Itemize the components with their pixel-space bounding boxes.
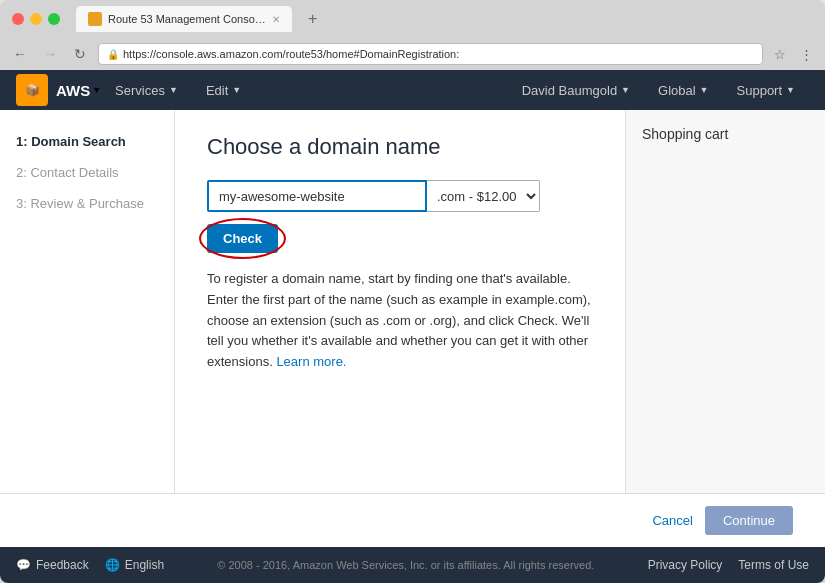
terms-of-use-link[interactable]: Terms of Use xyxy=(738,558,809,572)
domain-extension-select[interactable]: .com - $12.00.net - $11.00.org - $12.00.… xyxy=(427,180,540,212)
traffic-lights xyxy=(12,13,60,25)
domain-name-input[interactable] xyxy=(207,180,427,212)
browser-titlebar: Route 53 Management Conso… ✕ + xyxy=(0,0,825,38)
close-button[interactable] xyxy=(12,13,24,25)
toolbar-right: ☆ ⋮ xyxy=(769,43,817,65)
edit-caret: ▼ xyxy=(232,85,241,95)
star-icon[interactable]: ☆ xyxy=(769,43,791,65)
edit-label: Edit xyxy=(206,83,228,98)
nav-user[interactable]: David Baumgold ▼ xyxy=(508,70,644,110)
privacy-policy-link[interactable]: Privacy Policy xyxy=(648,558,723,572)
refresh-button[interactable]: ↻ xyxy=(68,42,92,66)
continue-button[interactable]: Continue xyxy=(705,506,793,535)
menu-icon[interactable]: ⋮ xyxy=(795,43,817,65)
support-label: Support xyxy=(737,83,783,98)
browser-window: Route 53 Management Conso… ✕ + ← → ↻ 🔒 h… xyxy=(0,0,825,583)
maximize-button[interactable] xyxy=(48,13,60,25)
page-title: Choose a domain name xyxy=(207,134,593,160)
aws-nav-right: David Baumgold ▼ Global ▼ Support ▼ xyxy=(508,70,809,110)
tab-title: Route 53 Management Conso… xyxy=(108,13,266,25)
footer-actions: Cancel Continue xyxy=(0,493,825,547)
page-content: 1: Domain Search 2: Contact Details 3: R… xyxy=(0,110,825,547)
user-caret: ▼ xyxy=(621,85,630,95)
aws-label[interactable]: AWS xyxy=(56,82,90,99)
chat-icon: 💬 xyxy=(16,558,31,572)
lock-icon: 🔒 xyxy=(107,49,119,60)
url-text: https://console.aws.amazon.com/route53/h… xyxy=(123,48,459,60)
language-label: English xyxy=(125,558,164,572)
bottom-bar: 💬 Feedback 🌐 English © 2008 - 2016, Amaz… xyxy=(0,547,825,583)
sidebar-step-review-purchase: 3: Review & Purchase xyxy=(0,188,174,219)
description-text: To register a domain name, start by find… xyxy=(207,269,593,373)
browser-tab[interactable]: Route 53 Management Conso… ✕ xyxy=(76,6,292,32)
sidebar-step-contact-details: 2: Contact Details xyxy=(0,157,174,188)
check-button-wrapper: Check xyxy=(207,224,278,253)
cart-title: Shopping cart xyxy=(642,126,809,142)
main-area: 1: Domain Search 2: Contact Details 3: R… xyxy=(0,110,825,493)
step2-label: 2: Contact Details xyxy=(16,165,119,180)
aws-caret: ▼ xyxy=(92,85,101,95)
feedback-label: Feedback xyxy=(36,558,89,572)
region-caret: ▼ xyxy=(700,85,709,95)
learn-more-link[interactable]: Learn more. xyxy=(276,354,346,369)
sidebar: 1: Domain Search 2: Contact Details 3: R… xyxy=(0,110,175,493)
content-area: Choose a domain name .com - $12.00.net -… xyxy=(175,110,625,493)
step3-label: 3: Review & Purchase xyxy=(16,196,144,211)
bottom-left: 💬 Feedback 🌐 English xyxy=(16,558,164,572)
nav-support[interactable]: Support ▼ xyxy=(723,70,809,110)
description-content: To register a domain name, start by find… xyxy=(207,271,591,369)
support-caret: ▼ xyxy=(786,85,795,95)
logo-icon: 📦 xyxy=(25,83,40,97)
nav-item-services[interactable]: Services ▼ xyxy=(101,70,192,110)
aws-logo[interactable]: 📦 xyxy=(16,74,48,106)
address-bar[interactable]: 🔒 https://console.aws.amazon.com/route53… xyxy=(98,43,763,65)
user-label: David Baumgold xyxy=(522,83,617,98)
copyright-text: © 2008 - 2016, Amazon Web Services, Inc.… xyxy=(217,559,594,571)
sidebar-step-domain-search[interactable]: 1: Domain Search xyxy=(0,126,174,157)
services-caret: ▼ xyxy=(169,85,178,95)
check-button[interactable]: Check xyxy=(207,224,278,253)
bottom-copyright: © 2008 - 2016, Amazon Web Services, Inc.… xyxy=(164,559,648,571)
new-tab-button[interactable]: + xyxy=(300,6,326,32)
nav-item-edit[interactable]: Edit ▼ xyxy=(192,70,255,110)
cancel-button[interactable]: Cancel xyxy=(652,513,692,528)
region-label: Global xyxy=(658,83,696,98)
tab-close-button[interactable]: ✕ xyxy=(272,14,280,25)
nav-region[interactable]: Global ▼ xyxy=(644,70,723,110)
browser-toolbar: ← → ↻ 🔒 https://console.aws.amazon.com/r… xyxy=(0,38,825,70)
language-link[interactable]: 🌐 English xyxy=(105,558,164,572)
minimize-button[interactable] xyxy=(30,13,42,25)
forward-button[interactable]: → xyxy=(38,42,62,66)
aws-navbar: 📦 AWS ▼ Services ▼ Edit ▼ David Baumgold… xyxy=(0,70,825,110)
step1-label: 1: Domain Search xyxy=(16,134,126,149)
feedback-link[interactable]: 💬 Feedback xyxy=(16,558,89,572)
domain-input-row: .com - $12.00.net - $11.00.org - $12.00.… xyxy=(207,180,593,212)
shopping-cart: Shopping cart xyxy=(625,110,825,493)
services-label: Services xyxy=(115,83,165,98)
globe-icon: 🌐 xyxy=(105,558,120,572)
back-button[interactable]: ← xyxy=(8,42,32,66)
tab-favicon xyxy=(88,12,102,26)
bottom-right: Privacy Policy Terms of Use xyxy=(648,558,809,572)
